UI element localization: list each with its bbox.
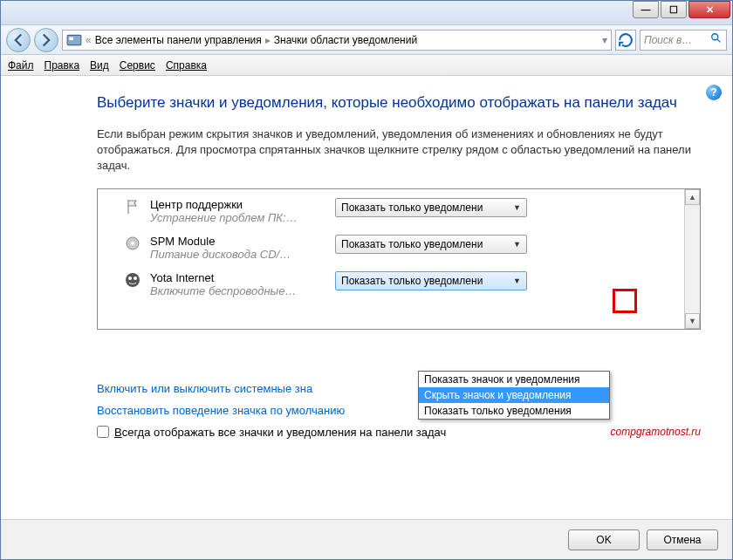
menu-file[interactable]: Файл	[8, 59, 34, 72]
close-button[interactable]: ✕	[688, 1, 730, 18]
dropdown-option[interactable]: Показать значок и уведомления	[419, 372, 609, 387]
page-title: Выберите значки и уведомления, которые н…	[97, 93, 701, 113]
links-section: Включить или выключить системные зна Вос…	[97, 382, 701, 417]
flag-icon	[124, 198, 141, 215]
search-input[interactable]: Поиск в…	[640, 30, 727, 51]
behavior-select[interactable]: Показать только уведомлени▼	[335, 235, 527, 254]
breadcrumb-separator: «	[86, 34, 92, 46]
network-icon	[124, 271, 141, 289]
menu-help[interactable]: Справка	[166, 59, 207, 72]
disc-icon	[124, 235, 141, 252]
svg-point-5	[131, 242, 134, 245]
behavior-select-open[interactable]: Показать только уведомлени▼	[335, 271, 527, 290]
scroll-down-button[interactable]: ▼	[685, 313, 700, 329]
behavior-select[interactable]: Показать только уведомлени▼	[335, 198, 527, 217]
menu-bar: Файл Правка Вид Сервис Справка	[1, 55, 732, 76]
back-button[interactable]	[6, 28, 31, 52]
breadcrumb[interactable]: « Все элементы панели управления ▸ Значк…	[62, 30, 612, 51]
chevron-down-icon: ▼	[513, 240, 521, 249]
navigation-bar: « Все элементы панели управления ▸ Значк…	[1, 25, 732, 55]
dropdown-option-selected[interactable]: Скрыть значок и уведомления	[419, 387, 609, 403]
list-item: SPM Module Питание дисковода CD/… Показа…	[98, 229, 684, 266]
content-pane: ? Выберите значки и уведомления, которые…	[1, 76, 732, 519]
breadcrumb-item[interactable]: Все элементы панели управления	[95, 34, 262, 46]
svg-point-7	[128, 277, 132, 280]
behavior-dropdown: Показать значок и уведомления Скрыть зна…	[418, 371, 610, 420]
watermark: compgramotnost.ru	[611, 426, 701, 438]
cancel-button[interactable]: Отмена	[647, 529, 718, 550]
window: — ☐ ✕ « Все элементы панели управления ▸…	[0, 0, 733, 560]
item-subtitle: Питание дисковода CD/…	[150, 248, 325, 261]
svg-rect-1	[69, 37, 73, 39]
always-show-checkbox[interactable]	[97, 426, 109, 438]
list-item: Yota Internet Включите беспроводные… Пок…	[98, 266, 684, 303]
svg-line-3	[717, 39, 721, 43]
minimize-button[interactable]: —	[633, 1, 659, 18]
maximize-button[interactable]: ☐	[661, 1, 687, 18]
forward-button[interactable]	[34, 28, 58, 52]
item-title: Yota Internet	[150, 271, 325, 284]
svg-point-6	[126, 273, 140, 287]
notification-list: Центр поддержки Устранение проблем ПК:… …	[97, 188, 701, 330]
chevron-down-icon[interactable]: ▾	[602, 34, 607, 46]
scrollbar[interactable]: ▲ ▼	[684, 189, 700, 329]
dropdown-option[interactable]: Показать только уведомления	[419, 403, 609, 419]
chevron-right-icon: ▸	[265, 34, 271, 46]
list-item: Центр поддержки Устранение проблем ПК:… …	[98, 193, 684, 229]
search-icon	[710, 32, 723, 47]
always-show-checkbox-row: ВВсегда отображать все значки и уведомле…	[97, 426, 701, 439]
control-panel-icon	[66, 32, 82, 48]
button-bar: OK Отмена	[1, 519, 732, 559]
item-title: Центр поддержки	[150, 198, 325, 211]
ok-button[interactable]: OK	[568, 529, 640, 550]
restore-default-link[interactable]: Восстановить поведение значка по умолчан…	[97, 404, 701, 417]
menu-view[interactable]: Вид	[90, 59, 109, 72]
svg-point-8	[134, 277, 137, 280]
item-subtitle: Включите беспроводные…	[150, 284, 325, 297]
item-title: SPM Module	[150, 235, 325, 248]
checkbox-label: ВВсегда отображать все значки и уведомле…	[114, 426, 446, 439]
search-placeholder: Поиск в…	[644, 34, 692, 46]
titlebar: — ☐ ✕	[1, 1, 732, 25]
toggle-system-icons-link[interactable]: Включить или выключить системные зна	[97, 382, 701, 395]
chevron-down-icon: ▼	[513, 203, 521, 212]
chevron-down-icon: ▼	[513, 277, 521, 285]
svg-point-2	[712, 34, 718, 40]
menu-edit[interactable]: Правка	[45, 59, 80, 72]
item-subtitle: Устранение проблем ПК:…	[150, 211, 325, 224]
menu-service[interactable]: Сервис	[120, 59, 155, 72]
breadcrumb-item[interactable]: Значки области уведомлений	[274, 34, 417, 46]
help-icon[interactable]: ?	[706, 85, 722, 100]
scroll-up-button[interactable]: ▲	[685, 189, 700, 205]
refresh-button[interactable]	[615, 30, 636, 51]
page-description: Если выбран режим скрытия значков и увед…	[97, 126, 701, 174]
